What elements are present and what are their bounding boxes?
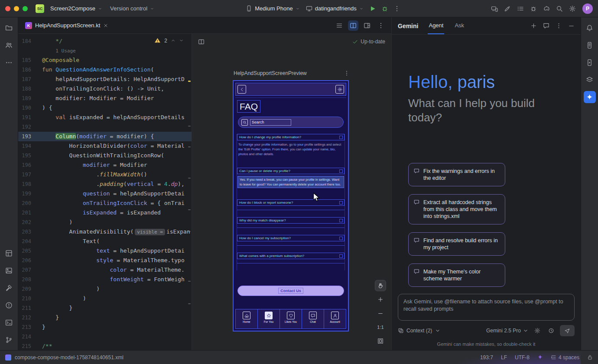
line-number[interactable]: 202: [18, 218, 31, 227]
gemini-more-icon[interactable]: [556, 23, 562, 29]
editor-scroll-stripe[interactable]: [188, 34, 191, 350]
minimize-window-icon[interactable]: [14, 6, 19, 11]
line-number[interactable]: 211: [18, 303, 31, 313]
line-number[interactable]: 185: [18, 55, 31, 65]
zoom-to-fit-icon[interactable]: [375, 335, 386, 347]
code-line[interactable]: 201 isExpanded = isExpanded: [18, 208, 192, 218]
line-number[interactable]: 186: [18, 65, 31, 75]
line-number[interactable]: 195: [18, 151, 31, 160]
user-avatar[interactable]: P: [582, 3, 593, 14]
code-line[interactable]: 187 helpAndSupportDetails: HelpAndSuppor…: [18, 75, 192, 84]
lock-icon[interactable]: [587, 354, 593, 360]
code-line[interactable]: 198 .padding(vertical = 4.dp),: [18, 179, 192, 189]
resource-manager-icon[interactable]: [3, 264, 15, 276]
phone-preview[interactable]: FAQ Search How do I change my profile in…: [233, 80, 349, 332]
code-line[interactable]: 192: [18, 122, 192, 132]
code-line[interactable]: 186fun QuestionAndAnswerInfoSection(: [18, 65, 192, 75]
terminal-icon[interactable]: [3, 316, 15, 328]
line-number[interactable]: [18, 46, 31, 55]
design-view-icon[interactable]: [362, 20, 372, 31]
problems-icon[interactable]: [3, 299, 15, 311]
gradle-sync-icon[interactable]: [541, 3, 552, 14]
line-number[interactable]: 213: [18, 322, 31, 332]
settings-icon[interactable]: [567, 3, 578, 14]
pull-requests-icon[interactable]: [3, 39, 15, 51]
layout-inspector-icon[interactable]: [584, 74, 596, 86]
line-number[interactable]: 199: [18, 189, 31, 198]
line-number[interactable]: 205: [18, 246, 31, 256]
notifications-icon[interactable]: [584, 22, 596, 34]
code-line[interactable]: 197 .fillMaxWidth(): [18, 170, 192, 179]
caret-position[interactable]: 193:7: [480, 354, 493, 361]
line-number[interactable]: 201: [18, 208, 31, 218]
code-text[interactable]: text = helpAndSupportDetai: [31, 246, 185, 256]
line-number[interactable]: 197: [18, 170, 31, 179]
code-line[interactable]: 204 Text(: [18, 237, 192, 246]
code-text[interactable]: helpAndSupportDetails: HelpAndSupportD: [31, 75, 185, 84]
code-line[interactable]: 194 HorizontalDivider(color = Material: [18, 141, 192, 151]
line-separator[interactable]: LF: [501, 354, 507, 361]
code-text[interactable]: modifier: Modifier = Modifier: [31, 94, 154, 103]
line-number[interactable]: 215: [18, 341, 31, 350]
compose-preview[interactable]: Up-to-date HelpAndSupportScreenPreview F…: [192, 34, 391, 350]
stripe-mark[interactable]: [188, 303, 191, 304]
code-line[interactable]: 185@Composable: [18, 55, 192, 65]
code-text[interactable]: fun QuestionAndAnswerInfoSection(: [31, 65, 154, 75]
line-number[interactable]: 192: [18, 122, 31, 132]
code-text[interactable]: .padding(vertical = 4.dp),: [31, 179, 185, 189]
suggestion-card[interactable]: Find and resolve build errors in my proj…: [408, 232, 505, 256]
code-line[interactable]: 200 onTrailingIconClick = { onTrai: [18, 198, 192, 208]
code-text[interactable]: Text(: [31, 237, 100, 246]
code-text[interactable]: ): [31, 284, 100, 294]
next-problem-icon[interactable]: [179, 38, 184, 43]
code-text[interactable]: /**: [31, 341, 52, 350]
tab-agent[interactable]: Agent: [428, 17, 444, 34]
context-chip[interactable]: Context (2): [398, 328, 441, 334]
stripe-mark[interactable]: [188, 209, 191, 210]
more-actions-icon[interactable]: [391, 3, 403, 14]
code-text[interactable]: @Composable: [31, 55, 79, 65]
code-line[interactable]: 214: [18, 332, 192, 341]
status-file-name[interactable]: compose-compose-model-1758748140651.xml: [15, 354, 124, 361]
line-number[interactable]: 209: [18, 284, 31, 294]
line-number[interactable]: 190: [18, 103, 31, 113]
code-line[interactable]: 202 ): [18, 218, 192, 227]
code-text[interactable]: color = MaterialTheme.: [31, 265, 185, 275]
new-chat-icon[interactable]: [530, 23, 537, 29]
preview-layout-icon[interactable]: [198, 39, 205, 45]
code-text[interactable]: modifier = Modifier: [31, 160, 147, 170]
gemini-input[interactable]: Ask Gemini, use @filename to attach sour…: [398, 294, 575, 321]
task-list-icon[interactable]: [515, 3, 526, 14]
code-line[interactable]: 215/**: [18, 341, 192, 350]
running-devices-icon[interactable]: [584, 56, 596, 68]
debug-button[interactable]: [379, 3, 390, 14]
line-number[interactable]: 196: [18, 160, 31, 170]
close-tab-icon[interactable]: [103, 23, 108, 28]
build-icon[interactable]: [3, 282, 15, 294]
preview-name[interactable]: HelpAndSupportScreenPreview: [234, 70, 307, 76]
line-number[interactable]: 193: [18, 132, 31, 141]
editor-more-icon[interactable]: [376, 20, 386, 31]
code-text[interactable]: question = helpAndSupportDetai: [31, 189, 185, 198]
maximize-window-icon[interactable]: [23, 6, 28, 11]
line-number[interactable]: 194: [18, 141, 31, 151]
line-number[interactable]: 208: [18, 275, 31, 284]
inspection-widget[interactable]: 2: [154, 37, 184, 44]
device-explorer-icon[interactable]: [584, 39, 596, 51]
line-number[interactable]: 206: [18, 256, 31, 265]
previous-problem-icon[interactable]: [171, 38, 176, 43]
code-line[interactable]: 199 question = helpAndSupportDetai: [18, 189, 192, 198]
line-number[interactable]: 203: [18, 227, 31, 237]
code-text[interactable]: }: [31, 322, 46, 332]
line-number[interactable]: 189: [18, 94, 31, 103]
code-line[interactable]: 213}: [18, 322, 192, 332]
structure-view-icon[interactable]: [334, 20, 344, 31]
line-number[interactable]: 184: [18, 36, 31, 46]
code-line[interactable]: 188 onTrailingIconClick: () -> Unit,: [18, 84, 192, 94]
line-number[interactable]: 200: [18, 198, 31, 208]
suggestion-card[interactable]: Extract all hardcoded strings from this …: [408, 194, 505, 224]
code-line[interactable]: 212 }: [18, 313, 192, 322]
code-text[interactable]: QuestionWithTrailingIconRow(: [31, 151, 164, 160]
line-number[interactable]: 204: [18, 237, 31, 246]
zoom-out-icon[interactable]: [375, 308, 386, 319]
